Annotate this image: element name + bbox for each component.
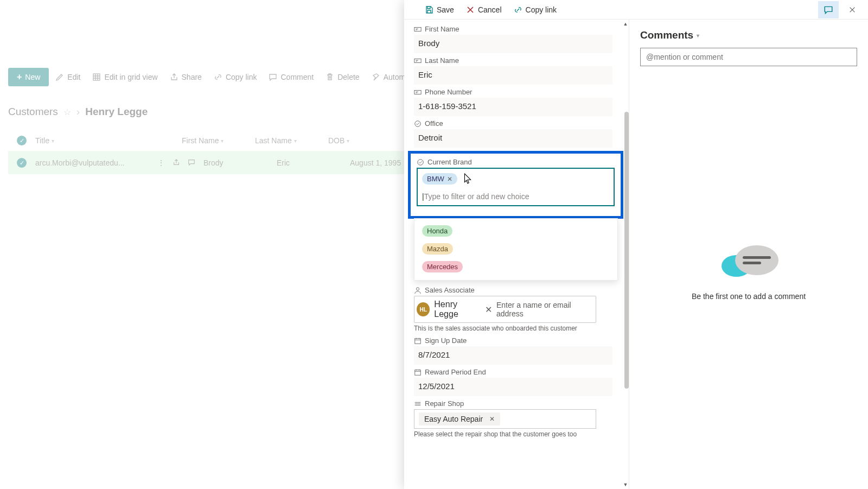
comment-icon: [269, 73, 277, 81]
row-last-name: Eric: [277, 158, 290, 167]
close-icon: [848, 6, 856, 14]
brand-option-mazda[interactable]: Mazda: [414, 240, 617, 258]
scroll-down-arrow[interactable]: ▼: [622, 481, 629, 488]
office-input[interactable]: Detroit: [414, 129, 612, 148]
close-panel-button[interactable]: [842, 1, 863, 18]
first-name-input[interactable]: Brody: [414, 35, 612, 53]
current-brand-input[interactable]: BMW ✕ |Type to filter or add new choice: [417, 168, 615, 206]
breadcrumb-separator: ›: [76, 106, 80, 118]
comments-toggle-button[interactable]: [818, 1, 839, 18]
trash-icon: [326, 73, 334, 81]
list-toolbar: + New Edit Edit in grid view Share Copy …: [8, 68, 443, 86]
field-last-name: Last Name Eric: [414, 56, 629, 85]
svg-rect-3: [414, 90, 421, 94]
new-button[interactable]: + New: [8, 68, 49, 86]
comments-empty-text: Be the first one to add a comment: [692, 292, 806, 301]
field-office: Office Detroit: [414, 119, 629, 148]
chevron-down-icon: ▾: [52, 138, 54, 144]
breadcrumb-root[interactable]: Customers: [8, 106, 58, 118]
last-name-input[interactable]: Eric: [414, 66, 612, 85]
text-field-icon: [414, 26, 422, 33]
row-share-icon[interactable]: [173, 158, 180, 168]
row-menu-icon[interactable]: ⋮: [157, 158, 165, 168]
column-first-name[interactable]: First Name▾: [182, 136, 255, 145]
field-sales-associate: Sales Associate HL Henry Legge ✕ Enter a…: [414, 286, 629, 332]
panel-copy-link-button[interactable]: Copy link: [508, 2, 563, 17]
text-field-icon: [414, 88, 422, 96]
choice-icon: [414, 120, 422, 128]
pencil-icon: [55, 73, 64, 81]
field-repair-shop: Repair Shop Easy Auto Repair ✕ Please se…: [414, 399, 629, 438]
field-sign-up-date: Sign Up Date 8/7/2021: [414, 336, 629, 365]
avatar: HL: [417, 302, 430, 316]
brand-pill-bmw: BMW ✕: [422, 173, 457, 185]
column-title[interactable]: Title▾: [35, 136, 182, 145]
edit-button[interactable]: Edit: [50, 68, 86, 86]
field-reward-end: Reward Period End 12/5/2021: [414, 368, 629, 396]
svg-rect-0: [93, 74, 100, 80]
phone-input[interactable]: 1-618-159-3521: [414, 98, 612, 116]
sales-associate-input[interactable]: HL Henry Legge ✕ Enter a name or email a…: [414, 296, 596, 323]
new-button-label: New: [25, 73, 40, 81]
reward-end-input[interactable]: 12/5/2021: [414, 378, 612, 396]
remove-pill-icon[interactable]: ✕: [489, 415, 495, 423]
form-column[interactable]: ▲ First Name Brody Last Name Eric Phon: [404, 20, 629, 489]
delete-button[interactable]: Delete: [320, 68, 365, 86]
calendar-icon: [414, 369, 422, 376]
column-select[interactable]: ✓: [8, 136, 35, 145]
check-icon: ✓: [17, 136, 27, 145]
row-comment-icon[interactable]: [188, 158, 195, 168]
filter-input[interactable]: |Type to filter or add new choice: [422, 192, 609, 201]
breadcrumb: Customers ☆ › Henry Legge: [8, 106, 148, 118]
sign-up-date-input[interactable]: 8/7/2021: [414, 346, 612, 365]
x-icon: [466, 5, 475, 14]
svg-rect-2: [414, 59, 421, 62]
save-button[interactable]: Save: [419, 2, 459, 17]
comment-icon: [824, 5, 833, 15]
repair-shop-desc: Please select the repair shop that the c…: [414, 430, 612, 438]
check-icon[interactable]: ✓: [17, 158, 27, 168]
calendar-icon: [414, 337, 422, 345]
row-first-name: Brody: [203, 158, 224, 167]
scroll-up-arrow[interactable]: ▲: [622, 21, 629, 27]
link-icon: [214, 73, 222, 81]
comments-empty-state: Be the first one to add a comment: [640, 66, 857, 479]
comment-input[interactable]: [640, 48, 857, 66]
person-placeholder: Enter a name or email address: [496, 301, 593, 318]
edit-grid-button[interactable]: Edit in grid view: [87, 68, 163, 86]
lookup-icon: [414, 400, 422, 408]
comment-button[interactable]: Comment: [263, 68, 319, 86]
sales-associate-desc: This is the sales associate who onboarde…: [414, 325, 612, 332]
share-button[interactable]: Share: [164, 68, 207, 86]
plus-icon: +: [17, 72, 22, 82]
column-dob[interactable]: DOB▾: [328, 136, 410, 145]
field-phone: Phone Number 1-618-159-3521: [414, 88, 629, 116]
text-field-icon: [414, 57, 422, 65]
remove-pill-icon[interactable]: ✕: [447, 175, 452, 183]
grid-icon: [92, 73, 101, 81]
svg-rect-8: [415, 370, 421, 375]
svg-point-4: [415, 120, 421, 126]
panel-header: Save Cancel Copy link: [404, 0, 868, 20]
svg-point-6: [416, 287, 419, 290]
current-brand-highlight: Current Brand BMW ✕ |Type to filter or a…: [408, 151, 623, 219]
repair-shop-input[interactable]: Easy Auto Repair ✕: [414, 409, 596, 429]
cancel-button[interactable]: Cancel: [461, 2, 507, 17]
flow-icon: [372, 73, 380, 81]
star-icon[interactable]: ☆: [63, 107, 71, 117]
comments-title[interactable]: Comments ▾: [640, 29, 857, 41]
field-first-name: First Name Brody: [414, 25, 629, 53]
svg-rect-7: [415, 338, 421, 344]
side-panel: Save Cancel Copy link ▲: [404, 0, 868, 489]
copy-link-button[interactable]: Copy link: [208, 68, 263, 86]
chat-illustration: [719, 245, 778, 283]
column-last-name[interactable]: Last Name▾: [255, 136, 328, 145]
row-actions: ⋮: [157, 158, 195, 168]
person-icon: [414, 287, 422, 294]
brand-option-mercedes[interactable]: Mercedes: [414, 258, 617, 276]
chevron-down-icon: ▾: [347, 138, 349, 144]
remove-person-icon[interactable]: ✕: [485, 304, 492, 315]
scrollbar-thumb[interactable]: [624, 112, 629, 389]
brand-option-honda[interactable]: Honda: [414, 222, 617, 240]
repair-shop-pill: Easy Auto Repair ✕: [419, 412, 500, 426]
